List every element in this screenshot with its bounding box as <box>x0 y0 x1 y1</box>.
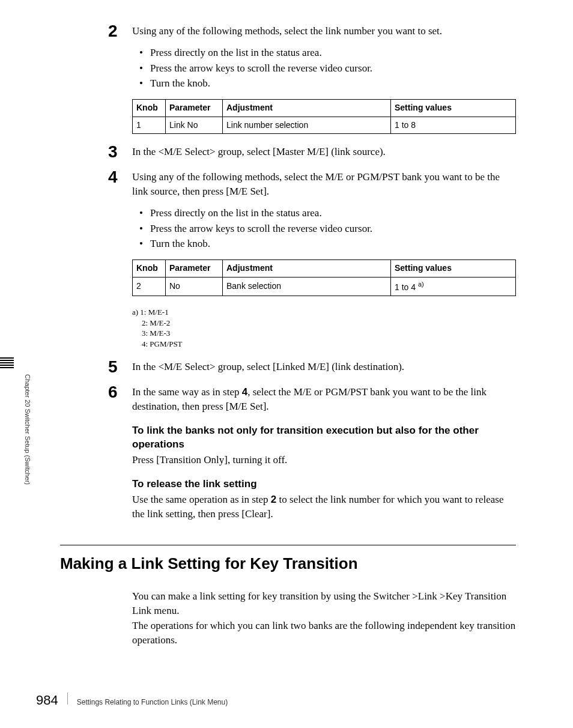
bullet-item: Press the arrow keys to scroll the rever… <box>139 61 516 76</box>
step-6: 6 In the same way as in step 4, select t… <box>132 385 516 414</box>
bullet-item: Press directly on the list in the status… <box>139 46 516 60</box>
page-footer: 984 Settings Relating to Function Links … <box>36 691 516 710</box>
step-text: Using any of the following methods, sele… <box>132 170 516 199</box>
table-row: 2 No Bank selection 1 to 4 a) <box>133 277 516 296</box>
step-4: 4 Using any of the following methods, se… <box>132 170 516 349</box>
step-number: 2 <box>108 19 118 43</box>
td-parameter: No <box>166 277 223 296</box>
footnote-line: a) 1: M/E-1 <box>132 307 516 318</box>
side-tab-marks <box>0 357 17 360</box>
footer-divider <box>67 693 68 705</box>
th-setting: Setting values <box>391 100 516 117</box>
page-number: 984 <box>36 691 58 710</box>
footnote: a) 1: M/E-1 2: M/E-2 3: M/E-3 4: PGM/PST <box>132 307 516 349</box>
th-knob: Knob <box>133 260 166 278</box>
parameter-table-2: Knob Parameter Adjustment Setting values… <box>132 259 516 296</box>
th-parameter: Parameter <box>166 100 223 117</box>
subheading: To link the banks not only for transitio… <box>132 423 516 452</box>
td-knob: 2 <box>133 277 166 296</box>
step-number: 4 <box>108 165 118 189</box>
subheading: To release the link setting <box>132 477 516 491</box>
th-adjustment: Adjustment <box>223 100 391 117</box>
step-number: 3 <box>108 140 118 163</box>
step-3: 3 In the <M/E Select> group, select [Mas… <box>132 145 516 159</box>
table-row: 1 Link No Link number selection 1 to 8 <box>133 117 516 134</box>
td-parameter: Link No <box>166 117 223 134</box>
step-text: In the <M/E Select> group, select [Maste… <box>132 145 516 159</box>
td-setting: 1 to 4 a) <box>391 277 516 296</box>
step-text: In the same way as in step 4, select the… <box>132 385 516 414</box>
paragraph: You can make a link setting for key tran… <box>132 589 516 618</box>
parameter-table-1: Knob Parameter Adjustment Setting values… <box>132 99 516 134</box>
step-text: Using any of the following methods, sele… <box>132 24 516 38</box>
step-number: 6 <box>108 380 118 404</box>
td-adjustment: Link number selection <box>223 117 391 134</box>
bullet-item: Press directly on the list in the status… <box>139 206 516 220</box>
footnote-line: 3: M/E-3 <box>142 328 516 339</box>
bullet-list: Press directly on the list in the status… <box>139 46 516 91</box>
bullet-item: Press the arrow keys to scroll the rever… <box>139 222 516 236</box>
footer-text: Settings Relating to Function Links (Lin… <box>77 697 228 708</box>
footnote-line: 4: PGM/PST <box>142 339 516 350</box>
step-text: In the <M/E Select> group, select [Linke… <box>132 360 516 374</box>
chapter-side-label: Chapter 20 Switcher Setup (Switcher) <box>23 374 32 485</box>
td-setting: 1 to 8 <box>391 117 516 134</box>
step-number: 5 <box>108 355 118 378</box>
paragraph: Use the same operation as in step 2 to s… <box>132 493 516 521</box>
td-adjustment: Bank selection <box>223 277 391 296</box>
step-5: 5 In the <M/E Select> group, select [Lin… <box>132 360 516 374</box>
section-heading: Making a Link Setting for Key Transition <box>60 545 516 574</box>
th-adjustment: Adjustment <box>223 260 391 278</box>
th-parameter: Parameter <box>166 260 223 278</box>
step-2: 2 Using any of the following methods, se… <box>132 24 516 134</box>
th-knob: Knob <box>133 100 166 117</box>
th-setting: Setting values <box>391 260 516 278</box>
paragraph: The operations for which you can link tw… <box>132 619 516 648</box>
bullet-list: Press directly on the list in the status… <box>139 206 516 251</box>
bullet-item: Turn the knob. <box>139 76 516 91</box>
footnote-line: 2: M/E-2 <box>142 318 516 329</box>
bullet-item: Turn the knob. <box>139 237 516 251</box>
paragraph: Press [Transition Only], turning it off. <box>132 453 516 467</box>
td-knob: 1 <box>133 117 166 134</box>
